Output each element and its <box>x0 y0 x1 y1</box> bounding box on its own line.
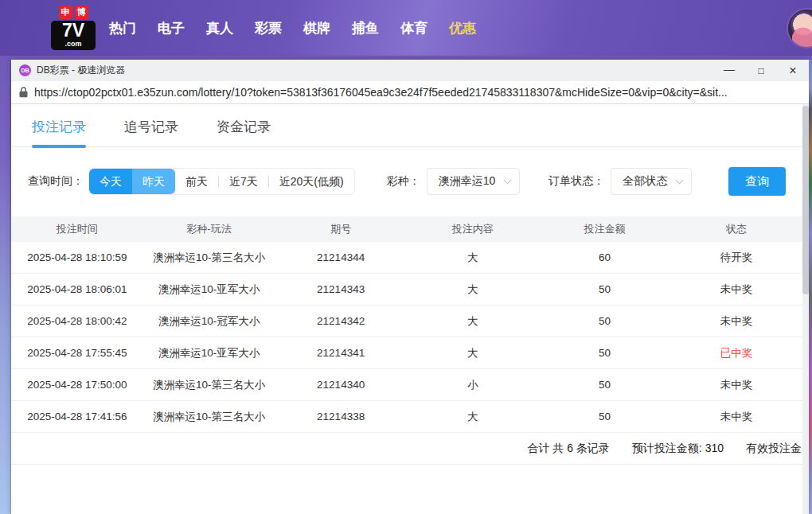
scrollbar-thumb[interactable] <box>802 106 809 294</box>
close-button[interactable]: × <box>777 60 809 81</box>
cell-content: 大 <box>407 251 539 265</box>
tab-2[interactable]: 追号记录 <box>124 118 178 146</box>
maximize-button[interactable]: □ <box>745 60 777 81</box>
cell-status: 未中奖 <box>670 314 802 329</box>
nav-item-8[interactable]: 优惠 <box>449 19 476 37</box>
lock-icon <box>19 87 28 98</box>
page-content: 投注记录追号记录资金记录 查询时间： 今天昨天前天近7天近20天(低频) 彩种：… <box>11 104 809 514</box>
browser-window: DB DB彩票 - 极速浏览器 — □ × https://ctop02pctx… <box>11 60 809 514</box>
lottery-select[interactable]: 澳洲幸运10 <box>427 168 521 195</box>
nav-item-2[interactable]: 电子 <box>158 19 185 37</box>
time-filter-label: 查询时间： <box>28 174 84 189</box>
nav-item-6[interactable]: 捕鱼 <box>352 19 379 37</box>
lottery-select-value: 澳洲幸运10 <box>439 174 496 189</box>
address-bar[interactable]: https://ctop02pctx01.e35zun.com/lottery/… <box>11 81 809 104</box>
filter-bar: 查询时间： 今天昨天前天近7天近20天(低频) 彩种： 澳洲幸运10 订单状态：… <box>28 167 802 196</box>
cell-content: 大 <box>407 410 539 424</box>
cell-status: 待开奖 <box>670 251 802 265</box>
table-row: 2025-04-28 18:06:01澳洲幸运10-亚军大小21214343大5… <box>11 274 802 306</box>
cell-game: 澳洲幸运10-冠军大小 <box>143 314 275 329</box>
window-title: DB彩票 - 极速浏览器 <box>37 64 125 77</box>
logo-badge-bo: 博 <box>75 6 88 19</box>
cell-issue: 21214340 <box>275 379 407 391</box>
cell-status: 已中奖 <box>670 346 802 360</box>
record-tabs: 投注记录追号记录资金记录 <box>11 104 802 147</box>
cell-time: 2025-04-28 17:41:56 <box>11 411 143 422</box>
site-navbar: 申 博 7V .com 热门电子真人彩票棋牌捕鱼体育优惠 <box>0 0 812 56</box>
url-text: https://ctop02pctx01.e35zun.com/lottery/… <box>34 86 728 99</box>
nav-item-3[interactable]: 真人 <box>206 19 233 37</box>
logo-mark: 7V .com <box>51 21 96 50</box>
cell-amount: 50 <box>539 347 671 359</box>
cell-time: 2025-04-28 18:10:59 <box>11 251 143 263</box>
summary-total: 合计 共 6 条记录 <box>527 442 609 456</box>
cell-status: 未中奖 <box>670 378 802 392</box>
query-button[interactable]: 查询 <box>728 167 786 196</box>
user-avatar[interactable] <box>788 10 812 47</box>
cell-game: 澳洲幸运10-第三名大小 <box>143 251 275 265</box>
cell-amount: 60 <box>539 251 671 263</box>
site-logo[interactable]: 申 博 7V .com <box>51 6 96 50</box>
cell-content: 大 <box>407 346 539 360</box>
table-row: 2025-04-28 18:00:42澳洲幸运10-冠军大小21214342大5… <box>11 306 802 337</box>
time-range-group: 今天昨天前天近7天近20天(低频) <box>88 168 355 195</box>
cell-time: 2025-04-28 18:00:42 <box>11 315 143 327</box>
column-header-4: 投注内容 <box>407 222 539 236</box>
cell-time: 2025-04-28 17:55:45 <box>11 347 143 359</box>
table-row: 2025-04-28 17:55:45澳洲幸运10-亚军大小21214341大5… <box>11 337 802 369</box>
cell-game: 澳洲幸运10-亚军大小 <box>143 282 275 297</box>
nav-item-7[interactable]: 体育 <box>400 19 427 37</box>
cell-amount: 50 <box>539 379 671 391</box>
cell-issue: 21214338 <box>275 411 407 422</box>
nav-item-5[interactable]: 棋牌 <box>303 19 330 37</box>
cell-game: 澳洲幸运10-第三名大小 <box>143 410 275 424</box>
tab-1[interactable]: 投注记录 <box>32 118 86 146</box>
cell-issue: 21214344 <box>275 251 407 263</box>
cell-content: 小 <box>407 378 539 392</box>
logo-text: 7V <box>51 21 96 40</box>
chevron-down-icon <box>504 176 512 184</box>
cell-time: 2025-04-28 18:06:01 <box>11 283 143 295</box>
app-icon: DB <box>19 64 31 76</box>
logo-badge-shen: 申 <box>59 6 72 19</box>
logo-domain-suffix: .com <box>51 41 96 48</box>
cell-status: 未中奖 <box>670 410 802 424</box>
time-option-2[interactable]: 昨天 <box>132 169 175 194</box>
window-titlebar[interactable]: DB DB彩票 - 极速浏览器 — □ × <box>11 60 809 81</box>
cell-amount: 50 <box>539 411 671 422</box>
tab-3[interactable]: 资金记录 <box>217 118 271 146</box>
table-body: 2025-04-28 18:10:59澳洲幸运10-第三名大小21214344大… <box>11 242 802 433</box>
nav-item-4[interactable]: 彩票 <box>255 19 282 37</box>
column-header-6: 状态 <box>670 222 802 236</box>
time-option-4[interactable]: 近7天 <box>219 169 268 194</box>
order-status-select[interactable]: 全部状态 <box>611 168 692 195</box>
cell-status: 未中奖 <box>670 282 802 297</box>
time-option-3[interactable]: 前天 <box>175 169 218 194</box>
summary-row: 合计 共 6 条记录 预计投注金额: 310 有效投注金 <box>11 433 802 465</box>
window-controls: — □ × <box>713 60 809 81</box>
time-option-1[interactable]: 今天 <box>89 169 132 194</box>
cell-issue: 21214341 <box>275 347 407 359</box>
order-status-label: 订单状态： <box>548 174 604 189</box>
scrollbar-track[interactable] <box>802 104 809 514</box>
column-header-2: 彩种-玩法 <box>143 222 275 236</box>
cell-amount: 50 <box>539 283 671 295</box>
cell-amount: 50 <box>539 315 671 327</box>
site-menu: 热门电子真人彩票棋牌捕鱼体育优惠 <box>109 19 476 37</box>
column-header-3: 期号 <box>275 222 407 236</box>
cell-issue: 21214343 <box>275 283 407 295</box>
column-header-1: 投注时间 <box>11 222 143 236</box>
order-status-value: 全部状态 <box>623 174 667 189</box>
background-page-sliver <box>809 60 812 514</box>
minimize-button[interactable]: — <box>713 60 745 81</box>
logo-badges: 申 博 <box>51 6 96 19</box>
cell-time: 2025-04-28 17:50:00 <box>11 379 143 391</box>
cell-content: 大 <box>407 282 539 297</box>
lottery-filter-label: 彩种： <box>387 174 420 189</box>
chevron-down-icon <box>676 176 684 184</box>
cell-game: 澳洲幸运10-第三名大小 <box>143 378 275 392</box>
time-option-5[interactable]: 近20天(低频) <box>269 169 354 194</box>
cell-game: 澳洲幸运10-亚军大小 <box>143 346 275 360</box>
summary-expected-amount: 预计投注金额: 310 <box>632 442 724 456</box>
nav-item-1[interactable]: 热门 <box>109 19 136 37</box>
